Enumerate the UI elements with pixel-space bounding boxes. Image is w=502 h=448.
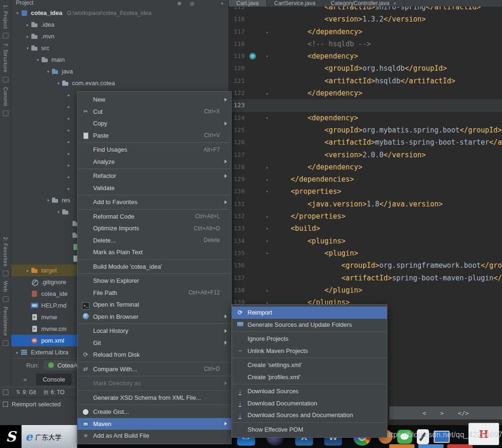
- collapse-all-icon[interactable]: [177, 0, 182, 6]
- tree-collapsed-icon[interactable]: ▸: [65, 104, 72, 109]
- menu-item-delete[interactable]: Delete...Delete: [78, 235, 231, 247]
- menu-item-show-effective-pom[interactable]: Show Effective POM: [232, 424, 387, 436]
- tree-collapsed-icon[interactable]: ▸: [65, 93, 72, 97]
- menu-item-open-in-terminal[interactable]: Open in Terminal: [78, 299, 231, 311]
- locate-icon[interactable]: [190, 0, 195, 6]
- tree-row-mvn[interactable]: ▸.mvn: [11, 30, 228, 42]
- tree-expanded-icon[interactable]: ▾: [14, 11, 21, 15]
- menu-item-refactor[interactable]: Refactor: [78, 170, 231, 182]
- menu-item-generate-sources-and-update-folders[interactable]: Generate Sources and Update Folders: [232, 319, 387, 331]
- tree-collapsed-icon[interactable]: ▸: [65, 140, 72, 144]
- web-tool-icon[interactable]: [3, 296, 8, 302]
- tree-row-cotea-idea[interactable]: ▾cotea_ideaG:\workspace\cotea_ll\cotea_i…: [11, 7, 228, 19]
- menu-item-build-module-cotea-idea[interactable]: Build Module 'cotea_idea': [78, 261, 231, 273]
- menu-item-new[interactable]: New: [78, 94, 231, 106]
- menu-item-add-to-favorites[interactable]: Add to Favorites: [78, 196, 231, 208]
- tree-collapsed-icon[interactable]: ▸: [24, 268, 31, 273]
- fold-marker-icon[interactable]: ▴: [263, 284, 271, 296]
- fold-marker-icon[interactable]: ▾: [263, 185, 271, 198]
- tree-row-com-evan-cotea[interactable]: ▾com.evan.cotea: [11, 77, 228, 89]
- tool-window-switcher-icon[interactable]: [3, 402, 8, 407]
- tool-button-2-favorites[interactable]: 2: Favorites: [3, 237, 8, 266]
- menu-item-validate[interactable]: Validate: [78, 182, 231, 194]
- tool-tab-6-to[interactable]: 6: TO: [44, 389, 65, 396]
- tree-collapsed-icon[interactable]: ▸: [65, 116, 72, 121]
- close-icon[interactable]: ×: [393, 0, 396, 7]
- menu-item-compare-with[interactable]: Compare With...Ctrl+D: [78, 363, 231, 375]
- menu-item-unlink-maven-projects[interactable]: Unlink Maven Projects: [232, 345, 387, 357]
- menu-item-show-in-explorer[interactable]: Show in Explorer: [78, 275, 231, 287]
- code-icon[interactable]: [458, 410, 469, 417]
- fold-marker-icon[interactable]: ▴: [263, 161, 271, 173]
- fold-marker-icon[interactable]: ▴: [263, 87, 271, 99]
- tool-button-persistence[interactable]: Persistence: [3, 307, 8, 336]
- fold-marker-icon[interactable]: ▾: [263, 112, 271, 124]
- tool-button-commit[interactable]: Commit: [3, 87, 8, 106]
- editor-tab-categorycontroller-java[interactable]: CategoryController.java×: [323, 0, 404, 7]
- menu-item-create-settings-xml[interactable]: Create 'settings.xml': [232, 359, 387, 371]
- menu-item-cut[interactable]: CutCtrl+X: [78, 106, 231, 118]
- commit-tool-icon[interactable]: [3, 110, 8, 116]
- tree-expanded-icon[interactable]: ▾: [55, 210, 62, 214]
- tree-expanded-icon[interactable]: ▾: [55, 81, 62, 86]
- add-icon[interactable]: [221, 0, 224, 6]
- menu-item-reformat-code[interactable]: Reformat CodeCtrl+Alt+L: [78, 211, 231, 223]
- menu-item-reimport[interactable]: Reimport: [232, 307, 387, 319]
- tree-row-src[interactable]: ▾src: [11, 42, 228, 54]
- editor-tab-cartservice-java[interactable]: CartService.java: [267, 0, 323, 7]
- fold-marker-icon[interactable]: ▾: [263, 235, 271, 247]
- favorites-tool-icon[interactable]: [3, 271, 8, 276]
- tree-collapsed-icon[interactable]: ▸: [65, 186, 72, 191]
- tree-collapsed-icon[interactable]: ▸: [65, 163, 72, 168]
- fold-marker-icon[interactable]: ▾: [263, 50, 271, 62]
- fold-marker-icon[interactable]: ▾: [263, 222, 271, 235]
- tool-button-web[interactable]: Web: [3, 281, 8, 292]
- chevron-double-icon[interactable]: »: [23, 376, 27, 383]
- menu-item-file-path[interactable]: File PathCtrl+Alt+F12: [78, 287, 231, 299]
- tree-row-java[interactable]: ▾java: [11, 66, 228, 77]
- fold-marker-icon[interactable]: ▴: [263, 210, 271, 222]
- tree-collapsed-icon[interactable]: ▸: [24, 22, 31, 27]
- menu-item-find-usages[interactable]: Find UsagesAlt+F7: [78, 144, 231, 156]
- run-config-tab[interactable]: CoteaA: [44, 360, 82, 370]
- tree-collapsed-icon[interactable]: ▸: [14, 350, 21, 355]
- menu-item-open-in-browser[interactable]: Open in Browser: [78, 311, 231, 323]
- gutter-sync-icon[interactable]: [249, 53, 256, 59]
- tree-collapsed-icon[interactable]: ▸: [65, 175, 72, 179]
- menu-item-copy[interactable]: Copy: [78, 118, 231, 130]
- menu-item-generate-xsd-schema-from-xml-file[interactable]: Generate XSD Schema from XML File...: [78, 392, 231, 404]
- menu-item-local-history[interactable]: Local History: [78, 325, 231, 337]
- menu-item-create-profiles-xml[interactable]: Create 'profiles.xml': [232, 371, 387, 383]
- project-tool-icon[interactable]: [3, 33, 8, 38]
- tool-button-1-project[interactable]: 1: Project: [3, 5, 8, 29]
- menu-item-git[interactable]: Git: [78, 337, 231, 349]
- menu-item-mark-as-plain-text[interactable]: Mark as Plain Text: [78, 246, 231, 258]
- menu-item-paste[interactable]: PasteCtrl+V: [78, 130, 231, 142]
- thumbnail-strip-blue[interactable]: [418, 444, 444, 448]
- tree-row-main[interactable]: ▾main: [11, 54, 228, 66]
- menu-item-add-as-ant-build-file[interactable]: Add as Ant Build File: [78, 430, 231, 442]
- menu-item-mark-directory-as[interactable]: Mark Directory as: [78, 377, 231, 389]
- tree-collapsed-icon[interactable]: ▸: [24, 34, 31, 39]
- menu-item-optimize-imports[interactable]: Optimize ImportsCtrl+Alt+O: [78, 222, 231, 235]
- menu-item-create-gist[interactable]: Create Gist...: [78, 406, 231, 418]
- menu-item-download-documentation[interactable]: Download Documentation: [232, 397, 387, 410]
- tool-button-7-structure[interactable]: 7: Structure: [3, 43, 8, 73]
- menu-item-download-sources[interactable]: Download Sources: [232, 385, 387, 397]
- structure-tool-icon[interactable]: [3, 77, 8, 82]
- fold-marker-icon[interactable]: ▴: [263, 173, 271, 185]
- menu-item-maven[interactable]: Maven: [78, 418, 231, 430]
- editor-tab-cart-java[interactable]: Cart.java: [229, 0, 267, 7]
- tool-tab-9-git[interactable]: 9: Git: [16, 389, 36, 396]
- ie-taskbar-item[interactable]: e 广东大学: [22, 425, 77, 448]
- tree-expanded-icon[interactable]: ▾: [24, 46, 31, 51]
- tree-row-idea[interactable]: ▸.idea: [11, 19, 228, 30]
- menu-item-download-sources-and-documentation[interactable]: Download Sources and Documentation: [232, 409, 387, 421]
- persistence-tool-icon[interactable]: [3, 340, 8, 346]
- console-tab[interactable]: Console: [36, 374, 72, 385]
- menu-item-analyze[interactable]: Analyze: [78, 156, 231, 168]
- thumbnail-strip-orange[interactable]: [389, 444, 415, 448]
- back-icon[interactable]: [422, 410, 426, 417]
- tree-collapsed-icon[interactable]: ▸: [65, 128, 72, 132]
- s-logo-button[interactable]: S: [0, 425, 22, 448]
